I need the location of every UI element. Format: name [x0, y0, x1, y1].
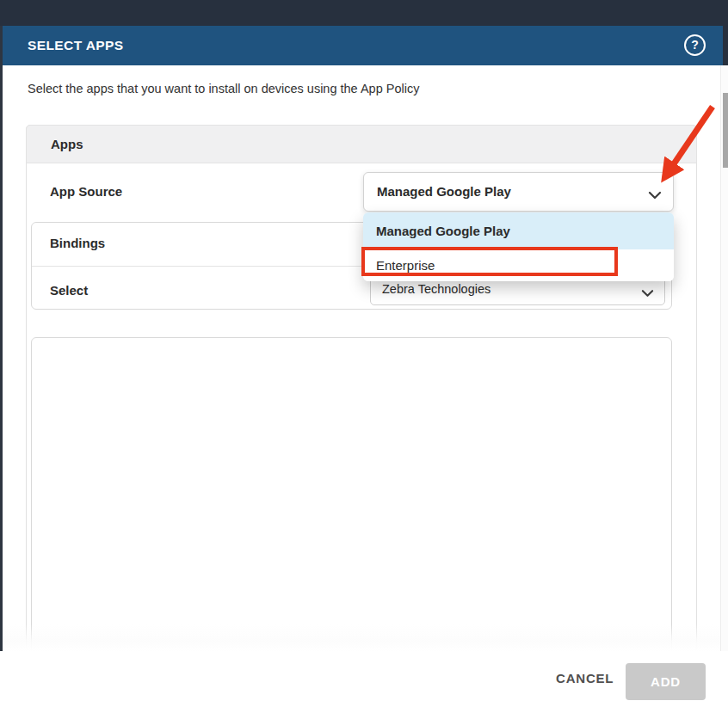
- app-source-label: App Source: [50, 184, 122, 199]
- page-right-edge: [723, 26, 728, 65]
- apps-panel-title: Apps: [51, 126, 83, 163]
- bottom-fade-overlay: [3, 624, 720, 652]
- apps-panel-header: Apps: [26, 125, 697, 163]
- chevron-down-icon: [648, 188, 662, 203]
- page-top-bar: [0, 0, 728, 26]
- annotation-highlight-box: [361, 247, 618, 276]
- select-apps-dialog: SELECT APPS ? Select the apps that you w…: [0, 0, 728, 707]
- help-icon[interactable]: ?: [684, 34, 706, 56]
- add-button[interactable]: ADD: [626, 663, 706, 700]
- page-left-edge: [0, 26, 3, 651]
- dialog-header: SELECT APPS ?: [3, 26, 723, 65]
- option-managed-google-play[interactable]: Managed Google Play: [363, 212, 674, 249]
- scrollbar-thumb[interactable]: [723, 93, 728, 168]
- dialog-subtitle: Select the apps that you want to install…: [28, 82, 419, 95]
- scrollbar-track[interactable]: [720, 65, 728, 651]
- dialog-title: SELECT APPS: [28, 26, 124, 65]
- app-source-selected-value: Managed Google Play: [377, 173, 511, 211]
- dialog-footer: CANCEL ADD: [3, 651, 728, 707]
- cancel-button[interactable]: CANCEL: [551, 670, 619, 686]
- chevron-down-icon: [641, 286, 654, 301]
- app-source-dropdown[interactable]: Managed Google Play: [363, 172, 674, 212]
- apps-table-box: [31, 337, 672, 652]
